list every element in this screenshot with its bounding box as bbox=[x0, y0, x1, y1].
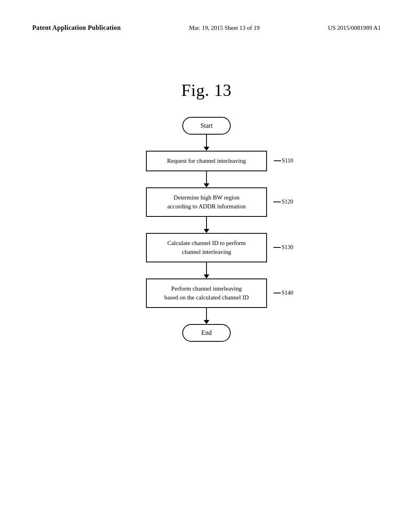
page: Patent Application Publication Mar. 19, … bbox=[0, 0, 413, 532]
step-s130-row: Calculate channel ID to performchannel i… bbox=[146, 233, 267, 262]
arrow-3 bbox=[204, 217, 209, 233]
step-s110-row: Request for channel interleaving S110 bbox=[146, 151, 267, 171]
header-patent-number: US 2015/0081989 A1 bbox=[328, 25, 381, 31]
arrow-line-4 bbox=[206, 262, 207, 274]
end-label: End bbox=[201, 329, 212, 337]
step-s130-id: S130 bbox=[282, 244, 293, 251]
step-s120-text: Determine high BW regionaccording to ADD… bbox=[167, 193, 246, 211]
arrow-2 bbox=[204, 171, 209, 187]
arrow-line-1 bbox=[206, 135, 207, 147]
arrow-line-2 bbox=[206, 171, 207, 183]
start-node-row: Start bbox=[182, 117, 231, 135]
step-s140-box: Perform channel interleavingbased on the… bbox=[146, 278, 267, 308]
arrow-head-3 bbox=[204, 229, 209, 233]
step-s110-id: S110 bbox=[282, 158, 293, 164]
arrow-5 bbox=[204, 308, 209, 324]
step-s110-text: Request for channel interleaving bbox=[167, 156, 246, 166]
arrow-1 bbox=[204, 135, 209, 151]
arrow-4 bbox=[204, 262, 209, 278]
header: Patent Application Publication Mar. 19, … bbox=[0, 24, 413, 31]
flowchart: Start Request for channel interleaving S… bbox=[118, 117, 295, 342]
header-publication-label: Patent Application Publication bbox=[32, 24, 121, 31]
step-s140-text: Perform channel interleavingbased on the… bbox=[164, 284, 249, 302]
step-s110-box: Request for channel interleaving bbox=[146, 151, 267, 171]
step-s120-id: S120 bbox=[282, 199, 293, 205]
step-s120-box: Determine high BW regionaccording to ADD… bbox=[146, 187, 267, 217]
step-s130-box: Calculate channel ID to performchannel i… bbox=[146, 233, 267, 262]
step-s130-text: Calculate channel ID to performchannel i… bbox=[167, 239, 246, 257]
arrow-head-1 bbox=[204, 147, 209, 151]
figure-title: Fig. 13 bbox=[0, 81, 413, 100]
step-s130-label: S130 bbox=[273, 244, 293, 251]
step-s140-row: Perform channel interleavingbased on the… bbox=[146, 278, 267, 308]
arrow-head-5 bbox=[204, 320, 209, 324]
step-s140-label: S140 bbox=[273, 290, 293, 296]
step-s120-label: S120 bbox=[273, 199, 293, 205]
step-s110-label: S110 bbox=[274, 158, 293, 164]
start-label: Start bbox=[200, 122, 213, 129]
arrow-head-2 bbox=[204, 183, 209, 187]
step-s140-id: S140 bbox=[282, 290, 293, 296]
arrow-line-3 bbox=[206, 217, 207, 229]
end-node: End bbox=[182, 324, 231, 342]
header-date-sheet: Mar. 19, 2015 Sheet 13 of 19 bbox=[189, 25, 260, 31]
arrow-head-4 bbox=[204, 274, 209, 278]
step-s120-row: Determine high BW regionaccording to ADD… bbox=[146, 187, 267, 217]
start-node: Start bbox=[182, 117, 231, 135]
arrow-line-5 bbox=[206, 308, 207, 320]
end-node-row: End bbox=[182, 324, 231, 342]
